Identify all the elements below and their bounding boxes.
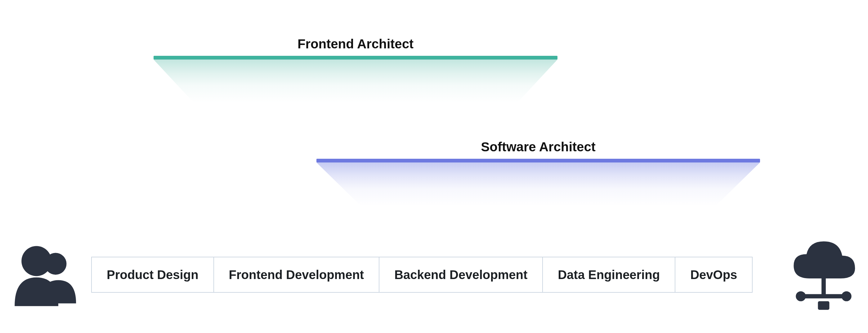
svg-rect-3 xyxy=(801,294,846,299)
svg-rect-2 xyxy=(822,278,826,296)
frontend-architect-label: Frontend Architect xyxy=(154,37,557,52)
discipline-row: Product Design Frontend Development Back… xyxy=(91,257,753,293)
frontend-architect-glow xyxy=(154,60,557,103)
discipline-cell-data-engineering: Data Engineering xyxy=(543,257,675,293)
svg-point-5 xyxy=(842,291,851,301)
discipline-label: DevOps xyxy=(690,268,737,282)
software-architect-label: Software Architect xyxy=(316,139,760,155)
users-icon xyxy=(10,241,79,309)
svg-point-1 xyxy=(22,246,52,276)
discipline-cell-backend-development: Backend Development xyxy=(379,257,543,293)
discipline-cell-product-design: Product Design xyxy=(91,257,214,293)
discipline-cell-frontend-development: Frontend Development xyxy=(214,257,380,293)
diagram-stage: Frontend Architect Software Architect xyxy=(0,0,868,333)
discipline-label: Backend Development xyxy=(394,268,527,282)
svg-point-4 xyxy=(796,291,806,301)
discipline-label: Product Design xyxy=(107,268,198,282)
discipline-cell-devops: DevOps xyxy=(675,257,753,293)
frontend-architect-bar xyxy=(154,56,557,60)
svg-rect-6 xyxy=(818,301,830,310)
cloud-server-icon xyxy=(788,236,859,314)
discipline-label: Data Engineering xyxy=(558,268,660,282)
software-architect-bar xyxy=(316,159,760,163)
discipline-label: Frontend Development xyxy=(229,268,364,282)
software-architect-glow xyxy=(316,163,760,206)
